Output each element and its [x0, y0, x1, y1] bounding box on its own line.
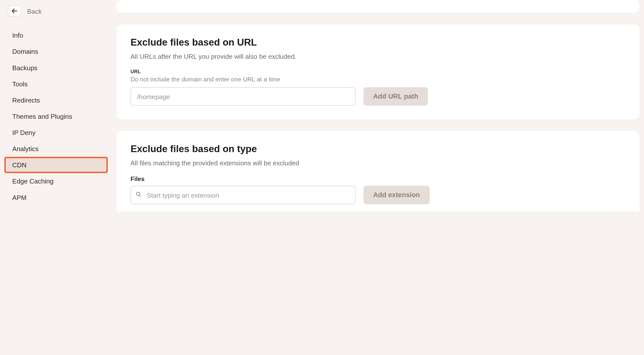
url-field-helper: Do not include the domain and enter one … — [130, 76, 625, 83]
sidebar-item-analytics[interactable]: Analytics — [4, 141, 108, 157]
sidebar-item-info[interactable]: Info — [4, 27, 108, 43]
arrow-left-icon — [11, 8, 18, 15]
back-row: Back — [4, 5, 108, 27]
svg-line-2 — [139, 195, 141, 196]
add-url-path-button[interactable]: Add URL path — [364, 87, 428, 106]
card-stub-top — [116, 0, 639, 13]
sidebar-item-cdn[interactable]: CDN — [4, 157, 108, 173]
files-field-label: Files — [130, 175, 625, 182]
url-input[interactable] — [130, 87, 356, 106]
back-button[interactable] — [8, 5, 21, 17]
sidebar-item-ip-deny[interactable]: IP Deny — [4, 125, 108, 141]
card-title: Exclude files based on URL — [130, 37, 625, 48]
sidebar-item-tools[interactable]: Tools — [4, 76, 108, 92]
sidebar-item-themes-plugins[interactable]: Themes and Plugins — [4, 108, 108, 125]
extension-input[interactable] — [130, 186, 356, 204]
add-extension-button[interactable]: Add extension — [364, 186, 430, 204]
sidebar-item-manage-users[interactable]: Manage users — [4, 205, 108, 212]
card-subtitle: All URLs after the URL you provide will … — [130, 53, 625, 60]
sidebar-item-apm[interactable]: APM — [4, 189, 108, 205]
card-title: Exclude files based on type — [130, 143, 625, 155]
card-exclude-url: Exclude files based on URL All URLs afte… — [116, 25, 639, 120]
sidebar-item-redirects[interactable]: Redirects — [4, 92, 108, 108]
sidebar-item-backups[interactable]: Backups — [4, 60, 108, 76]
card-subtitle: All files matching the provided extensio… — [130, 159, 625, 167]
url-field-label: URL — [130, 69, 625, 74]
back-label: Back — [27, 7, 42, 15]
search-icon — [136, 191, 142, 199]
main-content: Exclude files based on URL All URLs afte… — [112, 0, 644, 212]
sidebar-item-edge-caching[interactable]: Edge Caching — [4, 173, 108, 189]
sidebar-item-domains[interactable]: Domains — [4, 43, 108, 60]
sidebar: Back Info Domains Backups Tools Redirect… — [0, 0, 112, 212]
card-exclude-type: Exclude files based on type All files ma… — [116, 131, 639, 212]
